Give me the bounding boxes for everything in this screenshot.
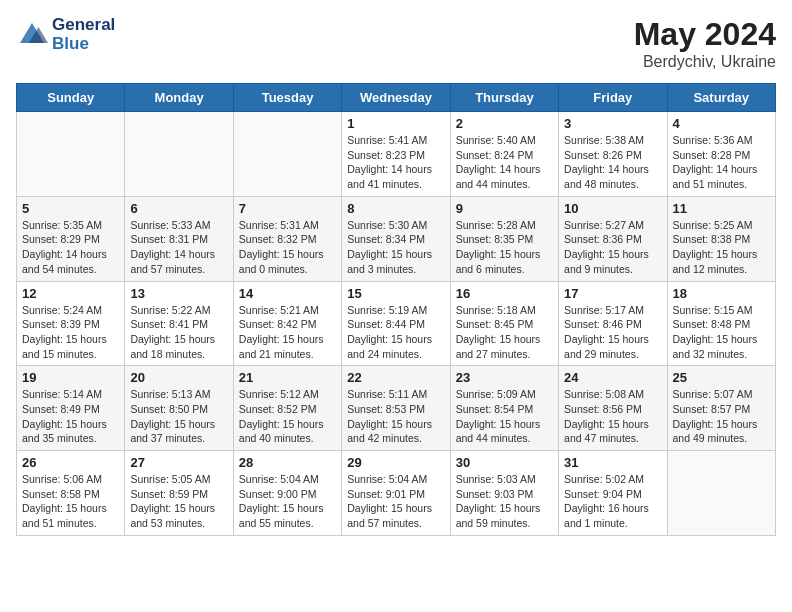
day-info: Sunrise: 5:08 AM Sunset: 8:56 PM Dayligh… — [564, 387, 661, 446]
day-number: 17 — [564, 286, 661, 301]
day-info: Sunrise: 5:05 AM Sunset: 8:59 PM Dayligh… — [130, 472, 227, 531]
day-number: 11 — [673, 201, 770, 216]
calendar-body: 1Sunrise: 5:41 AM Sunset: 8:23 PM Daylig… — [17, 112, 776, 536]
calendar-header: SundayMondayTuesdayWednesdayThursdayFrid… — [17, 84, 776, 112]
calendar-cell: 8Sunrise: 5:30 AM Sunset: 8:34 PM Daylig… — [342, 196, 450, 281]
calendar-cell: 25Sunrise: 5:07 AM Sunset: 8:57 PM Dayli… — [667, 366, 775, 451]
day-number: 1 — [347, 116, 444, 131]
day-number: 9 — [456, 201, 553, 216]
calendar-cell: 11Sunrise: 5:25 AM Sunset: 8:38 PM Dayli… — [667, 196, 775, 281]
day-info: Sunrise: 5:21 AM Sunset: 8:42 PM Dayligh… — [239, 303, 336, 362]
day-number: 27 — [130, 455, 227, 470]
calendar-week-row: 5Sunrise: 5:35 AM Sunset: 8:29 PM Daylig… — [17, 196, 776, 281]
calendar-cell: 16Sunrise: 5:18 AM Sunset: 8:45 PM Dayli… — [450, 281, 558, 366]
day-number: 10 — [564, 201, 661, 216]
calendar-cell — [17, 112, 125, 197]
day-number: 29 — [347, 455, 444, 470]
month-year: May 2024 — [634, 16, 776, 53]
calendar-week-row: 26Sunrise: 5:06 AM Sunset: 8:58 PM Dayli… — [17, 451, 776, 536]
calendar-cell: 3Sunrise: 5:38 AM Sunset: 8:26 PM Daylig… — [559, 112, 667, 197]
calendar-cell: 14Sunrise: 5:21 AM Sunset: 8:42 PM Dayli… — [233, 281, 341, 366]
calendar-week-row: 1Sunrise: 5:41 AM Sunset: 8:23 PM Daylig… — [17, 112, 776, 197]
day-number: 4 — [673, 116, 770, 131]
day-number: 16 — [456, 286, 553, 301]
calendar-cell: 26Sunrise: 5:06 AM Sunset: 8:58 PM Dayli… — [17, 451, 125, 536]
day-number: 15 — [347, 286, 444, 301]
calendar-cell: 30Sunrise: 5:03 AM Sunset: 9:03 PM Dayli… — [450, 451, 558, 536]
calendar-cell: 19Sunrise: 5:14 AM Sunset: 8:49 PM Dayli… — [17, 366, 125, 451]
day-number: 30 — [456, 455, 553, 470]
day-number: 22 — [347, 370, 444, 385]
day-number: 2 — [456, 116, 553, 131]
calendar-cell: 7Sunrise: 5:31 AM Sunset: 8:32 PM Daylig… — [233, 196, 341, 281]
day-info: Sunrise: 5:07 AM Sunset: 8:57 PM Dayligh… — [673, 387, 770, 446]
calendar-cell: 17Sunrise: 5:17 AM Sunset: 8:46 PM Dayli… — [559, 281, 667, 366]
day-info: Sunrise: 5:30 AM Sunset: 8:34 PM Dayligh… — [347, 218, 444, 277]
logo-icon — [16, 19, 48, 51]
day-info: Sunrise: 5:09 AM Sunset: 8:54 PM Dayligh… — [456, 387, 553, 446]
calendar-week-row: 19Sunrise: 5:14 AM Sunset: 8:49 PM Dayli… — [17, 366, 776, 451]
calendar-cell: 4Sunrise: 5:36 AM Sunset: 8:28 PM Daylig… — [667, 112, 775, 197]
calendar-cell: 12Sunrise: 5:24 AM Sunset: 8:39 PM Dayli… — [17, 281, 125, 366]
calendar-cell: 22Sunrise: 5:11 AM Sunset: 8:53 PM Dayli… — [342, 366, 450, 451]
day-number: 5 — [22, 201, 119, 216]
weekday-header: Tuesday — [233, 84, 341, 112]
calendar-cell: 29Sunrise: 5:04 AM Sunset: 9:01 PM Dayli… — [342, 451, 450, 536]
day-info: Sunrise: 5:14 AM Sunset: 8:49 PM Dayligh… — [22, 387, 119, 446]
day-info: Sunrise: 5:25 AM Sunset: 8:38 PM Dayligh… — [673, 218, 770, 277]
day-number: 28 — [239, 455, 336, 470]
day-info: Sunrise: 5:27 AM Sunset: 8:36 PM Dayligh… — [564, 218, 661, 277]
day-info: Sunrise: 5:04 AM Sunset: 9:00 PM Dayligh… — [239, 472, 336, 531]
day-number: 24 — [564, 370, 661, 385]
day-number: 19 — [22, 370, 119, 385]
day-info: Sunrise: 5:12 AM Sunset: 8:52 PM Dayligh… — [239, 387, 336, 446]
day-info: Sunrise: 5:22 AM Sunset: 8:41 PM Dayligh… — [130, 303, 227, 362]
day-number: 31 — [564, 455, 661, 470]
day-info: Sunrise: 5:33 AM Sunset: 8:31 PM Dayligh… — [130, 218, 227, 277]
calendar-cell: 27Sunrise: 5:05 AM Sunset: 8:59 PM Dayli… — [125, 451, 233, 536]
day-number: 7 — [239, 201, 336, 216]
calendar-cell — [125, 112, 233, 197]
title-block: May 2024 Berdychiv, Ukraine — [634, 16, 776, 71]
day-info: Sunrise: 5:38 AM Sunset: 8:26 PM Dayligh… — [564, 133, 661, 192]
location: Berdychiv, Ukraine — [634, 53, 776, 71]
day-info: Sunrise: 5:15 AM Sunset: 8:48 PM Dayligh… — [673, 303, 770, 362]
logo-text: General Blue — [52, 16, 115, 53]
calendar-cell — [233, 112, 341, 197]
calendar-cell: 24Sunrise: 5:08 AM Sunset: 8:56 PM Dayli… — [559, 366, 667, 451]
calendar-cell: 18Sunrise: 5:15 AM Sunset: 8:48 PM Dayli… — [667, 281, 775, 366]
page-header: General Blue May 2024 Berdychiv, Ukraine — [16, 16, 776, 71]
weekday-header: Friday — [559, 84, 667, 112]
day-info: Sunrise: 5:02 AM Sunset: 9:04 PM Dayligh… — [564, 472, 661, 531]
day-info: Sunrise: 5:24 AM Sunset: 8:39 PM Dayligh… — [22, 303, 119, 362]
calendar-cell: 5Sunrise: 5:35 AM Sunset: 8:29 PM Daylig… — [17, 196, 125, 281]
day-number: 23 — [456, 370, 553, 385]
day-number: 14 — [239, 286, 336, 301]
day-info: Sunrise: 5:13 AM Sunset: 8:50 PM Dayligh… — [130, 387, 227, 446]
calendar-cell — [667, 451, 775, 536]
weekday-header: Thursday — [450, 84, 558, 112]
day-info: Sunrise: 5:36 AM Sunset: 8:28 PM Dayligh… — [673, 133, 770, 192]
calendar-cell: 2Sunrise: 5:40 AM Sunset: 8:24 PM Daylig… — [450, 112, 558, 197]
day-info: Sunrise: 5:31 AM Sunset: 8:32 PM Dayligh… — [239, 218, 336, 277]
day-info: Sunrise: 5:06 AM Sunset: 8:58 PM Dayligh… — [22, 472, 119, 531]
calendar-cell: 31Sunrise: 5:02 AM Sunset: 9:04 PM Dayli… — [559, 451, 667, 536]
day-number: 13 — [130, 286, 227, 301]
day-number: 25 — [673, 370, 770, 385]
day-number: 3 — [564, 116, 661, 131]
day-info: Sunrise: 5:18 AM Sunset: 8:45 PM Dayligh… — [456, 303, 553, 362]
calendar-cell: 15Sunrise: 5:19 AM Sunset: 8:44 PM Dayli… — [342, 281, 450, 366]
calendar-cell: 9Sunrise: 5:28 AM Sunset: 8:35 PM Daylig… — [450, 196, 558, 281]
day-number: 8 — [347, 201, 444, 216]
day-info: Sunrise: 5:40 AM Sunset: 8:24 PM Dayligh… — [456, 133, 553, 192]
calendar-cell: 13Sunrise: 5:22 AM Sunset: 8:41 PM Dayli… — [125, 281, 233, 366]
day-info: Sunrise: 5:28 AM Sunset: 8:35 PM Dayligh… — [456, 218, 553, 277]
day-info: Sunrise: 5:17 AM Sunset: 8:46 PM Dayligh… — [564, 303, 661, 362]
weekday-header-row: SundayMondayTuesdayWednesdayThursdayFrid… — [17, 84, 776, 112]
day-number: 26 — [22, 455, 119, 470]
calendar-week-row: 12Sunrise: 5:24 AM Sunset: 8:39 PM Dayli… — [17, 281, 776, 366]
day-number: 6 — [130, 201, 227, 216]
day-info: Sunrise: 5:19 AM Sunset: 8:44 PM Dayligh… — [347, 303, 444, 362]
day-number: 20 — [130, 370, 227, 385]
day-number: 12 — [22, 286, 119, 301]
